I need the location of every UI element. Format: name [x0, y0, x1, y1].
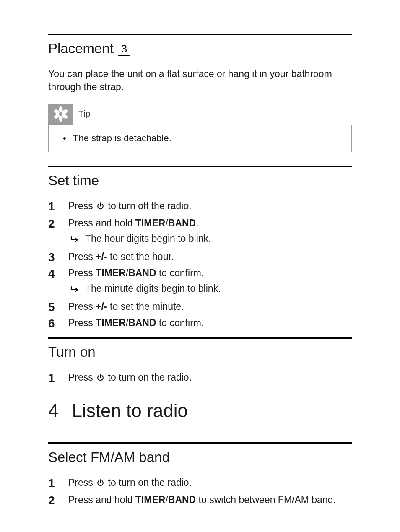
heading-text: Turn on: [48, 343, 96, 362]
step: Press TIMER/BAND to confirm.The minute d…: [48, 267, 352, 297]
step-text: Press to turn on the radio.: [68, 372, 192, 383]
step-text: Press and hold TIMER/BAND.: [68, 218, 199, 228]
section-divider: [48, 442, 352, 444]
tip-item: The strap is detachable.: [63, 132, 343, 145]
step-text: Press TIMER/BAND to confirm.: [68, 267, 204, 278]
step: Press +/- to set the hour.: [48, 250, 352, 263]
step: Press TIMER/BAND to confirm.: [48, 317, 352, 330]
asterisk-icon: [48, 104, 73, 125]
select-band-heading: Select FM/AM band: [48, 448, 352, 467]
tip-label: Tip: [78, 108, 90, 119]
result-text: The minute digits begin to blink.: [85, 282, 221, 295]
step-result: The hour digits begin to blink.: [70, 232, 352, 247]
tip-header: Tip: [48, 104, 90, 125]
step: Press and hold TIMER/BAND.The hour digit…: [48, 217, 352, 247]
power-icon: [96, 372, 104, 385]
placement-body: You can place the unit on a flat surface…: [48, 67, 352, 93]
chapter-heading: 4 Listen to radio: [48, 398, 352, 423]
turn-on-heading: Turn on: [48, 343, 352, 362]
step-text: Press TIMER/BAND to confirm.: [68, 317, 204, 328]
result-arrow-icon: [70, 234, 79, 247]
power-icon: [96, 200, 104, 213]
step-result: The minute digits begin to blink.: [70, 282, 352, 297]
power-icon: [96, 477, 104, 490]
heading-text: Set time: [48, 171, 99, 190]
svg-point-1: [59, 116, 63, 122]
section-divider: [48, 166, 352, 167]
tip-container: Tip The strap is detachable.: [48, 104, 352, 153]
step-text: Press and hold TIMER/BAND to switch betw…: [68, 494, 336, 505]
section-divider: [48, 34, 352, 35]
svg-point-0: [59, 106, 63, 112]
chapter-title: Listen to radio: [72, 398, 187, 423]
result-text: The hour digits begin to blink.: [85, 232, 211, 245]
chapter-number: 4: [48, 398, 58, 423]
step-text: Press to turn on the radio.: [68, 477, 192, 488]
result-arrow-icon: [70, 284, 79, 297]
select-band-steps: Press to turn on the radio. Press and ho…: [48, 476, 352, 506]
section-divider: [48, 337, 352, 339]
placement-heading: Placement 3: [48, 39, 352, 58]
set-time-steps: Press to turn off the radio. Press and h…: [48, 200, 352, 330]
heading-text: Placement: [48, 39, 114, 58]
step-text: Press +/- to set the minute.: [68, 301, 184, 312]
tip-box: The strap is detachable.: [48, 125, 352, 153]
step: Press +/- to set the minute.: [48, 300, 352, 313]
heading-text: Select FM/AM band: [48, 448, 170, 467]
figure-ref-box: 3: [118, 42, 130, 56]
set-time-heading: Set time: [48, 171, 352, 190]
step: Press to turn off the radio.: [48, 200, 352, 213]
turn-on-steps: Press to turn on the radio.: [48, 371, 352, 385]
step: Press to turn on the radio.: [48, 476, 352, 490]
step-text: Press to turn off the radio.: [68, 200, 192, 211]
step: Press and hold TIMER/BAND to switch betw…: [48, 493, 352, 506]
step: Press to turn on the radio.: [48, 371, 352, 385]
step-text: Press +/- to set the hour.: [68, 251, 174, 262]
